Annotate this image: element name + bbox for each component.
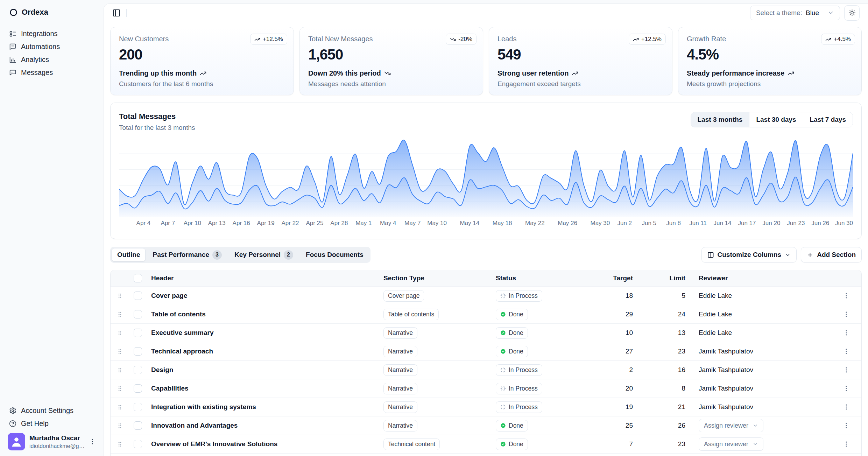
section-type-badge: Narrative [383,383,417,394]
row-menu-icon[interactable] [843,311,850,318]
help-icon [9,420,16,427]
trend-badge: -20% [446,34,477,45]
limit-value[interactable]: 16 [642,366,694,374]
content: New Customers+12.5%200Trending up this m… [104,22,868,456]
sun-icon [848,9,856,16]
limit-value[interactable]: 13 [642,329,694,337]
x-tick-label: Apr 13 [208,220,226,227]
range-button-last-7-days[interactable]: Last 7 days [803,112,853,127]
card-foot-headline: Strong user retention [497,69,569,77]
x-tick-label: Apr 16 [233,220,250,227]
theme-mode-button[interactable] [844,5,860,21]
limit-value[interactable]: 26 [642,422,694,429]
limit-value[interactable]: 21 [642,403,694,411]
loader-icon [500,367,506,373]
drag-handle-icon[interactable] [117,367,123,373]
target-value[interactable]: 20 [590,385,642,392]
row-menu-icon[interactable] [843,404,850,411]
tab-focus-documents[interactable]: Focus Documents [300,248,369,261]
x-tick-label: Jun 5 [642,220,656,227]
row-menu-icon[interactable] [843,366,850,373]
row-header[interactable]: Design [147,366,379,374]
drag-handle-icon[interactable] [117,293,123,299]
limit-value[interactable]: 23 [642,348,694,355]
tab-outline[interactable]: Outline [112,248,146,261]
target-value[interactable]: 2 [590,366,642,374]
target-value[interactable]: 10 [590,329,642,337]
x-tick-label: Apr 25 [306,220,323,227]
sidebar-item-messages[interactable]: Messages [6,66,98,79]
trending-down-icon [450,36,456,42]
customize-columns-button[interactable]: Customize Columns [701,247,797,262]
sidebar-nav: IntegrationsAutomationsAnalyticsMessages [6,27,98,79]
row-checkbox[interactable] [134,421,142,430]
card-value: 200 [119,46,285,63]
row-menu-icon[interactable] [843,385,850,392]
row-menu-icon[interactable] [843,292,850,299]
sidebar-toggle-button[interactable] [112,9,121,17]
sidebar-item-label: Messages [21,69,53,77]
drag-handle-icon[interactable] [117,404,123,411]
row-checkbox[interactable] [134,292,142,300]
row-checkbox[interactable] [134,403,142,411]
drag-handle-icon[interactable] [117,385,123,392]
brand-name: Ordexa [22,8,48,17]
limit-value[interactable]: 23 [642,440,694,448]
row-header[interactable]: Integration with existing systems [147,403,379,411]
row-header[interactable]: Innovation and Advantages [147,422,379,429]
drag-handle-icon[interactable] [117,348,123,355]
row-checkbox[interactable] [134,329,142,337]
tab-key-personnel[interactable]: Key Personnel2 [229,248,299,261]
row-checkbox[interactable] [134,310,142,318]
row-header[interactable]: Executive summary [147,329,379,337]
row-checkbox[interactable] [134,366,142,374]
tab-count-badge: 3 [212,250,222,260]
tab-past-performance[interactable]: Past Performance3 [147,248,227,261]
target-value[interactable]: 27 [590,348,642,355]
target-value[interactable]: 7 [590,440,642,448]
x-tick-label: Jun 11 [689,220,707,227]
sidebar-item-get-help[interactable]: Get Help [6,417,98,430]
row-header[interactable]: Capabilities [147,385,379,392]
reviewer-name: Jamik Tashpulatov [699,385,753,392]
target-value[interactable]: 25 [590,422,642,429]
target-value[interactable]: 18 [590,292,642,300]
range-button-last-3-months[interactable]: Last 3 months [691,112,749,127]
user-more-icon[interactable] [89,438,96,445]
assign-reviewer-select[interactable]: Assign reviewer [699,419,763,432]
theme-select[interactable]: Select a theme: Blue [750,6,840,20]
row-header[interactable]: Table of contents [147,310,379,318]
range-button-last-30-days[interactable]: Last 30 days [749,112,803,127]
sidebar-item-account-settings[interactable]: Account Settings [6,404,98,417]
limit-value[interactable]: 5 [642,292,694,300]
sidebar-item-automations[interactable]: Automations [6,40,98,53]
target-value[interactable]: 19 [590,403,642,411]
row-menu-icon[interactable] [843,441,850,448]
x-tick-label: May 30 [590,220,610,227]
row-menu-icon[interactable] [843,422,850,429]
drag-handle-icon[interactable] [117,311,123,318]
row-checkbox[interactable] [134,347,142,356]
limit-value[interactable]: 24 [642,310,694,318]
sidebar-item-analytics[interactable]: Analytics [6,53,98,66]
user-menu[interactable]: Murtadha Oscar idiotdonthackme@gmail.com [6,430,98,451]
drag-handle-icon[interactable] [117,422,123,429]
limit-value[interactable]: 8 [642,385,694,392]
add-section-button[interactable]: Add Section [801,247,862,262]
status-badge: Done [496,346,528,357]
list-icon [9,30,16,37]
sidebar-item-integrations[interactable]: Integrations [6,27,98,40]
row-header[interactable]: Overview of EMR's Innovative Solutions [147,440,379,448]
brand[interactable]: Ordexa [6,6,98,18]
assign-reviewer-select[interactable]: Assign reviewer [699,437,763,451]
row-checkbox[interactable] [134,440,142,448]
row-checkbox[interactable] [134,384,142,393]
row-menu-icon[interactable] [843,329,850,336]
target-value[interactable]: 29 [590,310,642,318]
row-menu-icon[interactable] [843,348,850,355]
row-header[interactable]: Cover page [147,292,379,300]
drag-handle-icon[interactable] [117,441,123,448]
select-all-checkbox[interactable] [134,274,142,282]
drag-handle-icon[interactable] [117,330,123,336]
row-header[interactable]: Technical approach [147,348,379,355]
